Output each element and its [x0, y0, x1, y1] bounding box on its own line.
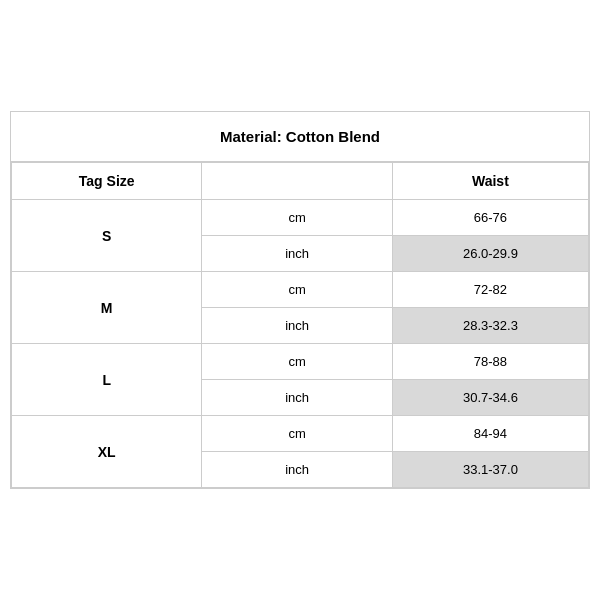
- cm-value: 66-76: [392, 200, 588, 236]
- unit-cm: cm: [202, 416, 392, 452]
- size-table: Tag Size Waist Scm66-76inch26.0-29.9Mcm7…: [11, 162, 589, 488]
- unit-cm: cm: [202, 272, 392, 308]
- inch-value: 26.0-29.9: [392, 236, 588, 272]
- unit-inch: inch: [202, 452, 392, 488]
- cm-value: 78-88: [392, 344, 588, 380]
- tag-size-cell: L: [12, 344, 202, 416]
- unit-cm: cm: [202, 344, 392, 380]
- inch-value: 28.3-32.3: [392, 308, 588, 344]
- size-chart-container: Material: Cotton Blend Tag Size Waist Sc…: [10, 111, 590, 489]
- header-waist: Waist: [392, 163, 588, 200]
- header-unit: [202, 163, 392, 200]
- tag-size-cell: M: [12, 272, 202, 344]
- header-tag-size: Tag Size: [12, 163, 202, 200]
- cm-value: 84-94: [392, 416, 588, 452]
- unit-cm: cm: [202, 200, 392, 236]
- unit-inch: inch: [202, 236, 392, 272]
- table-row: Mcm72-82: [12, 272, 589, 308]
- table-row: XLcm84-94: [12, 416, 589, 452]
- tag-size-cell: XL: [12, 416, 202, 488]
- table-row: Scm66-76: [12, 200, 589, 236]
- inch-value: 33.1-37.0: [392, 452, 588, 488]
- material-title: Material: Cotton Blend: [11, 112, 589, 162]
- inch-value: 30.7-34.6: [392, 380, 588, 416]
- unit-inch: inch: [202, 308, 392, 344]
- tag-size-cell: S: [12, 200, 202, 272]
- cm-value: 72-82: [392, 272, 588, 308]
- unit-inch: inch: [202, 380, 392, 416]
- table-row: Lcm78-88: [12, 344, 589, 380]
